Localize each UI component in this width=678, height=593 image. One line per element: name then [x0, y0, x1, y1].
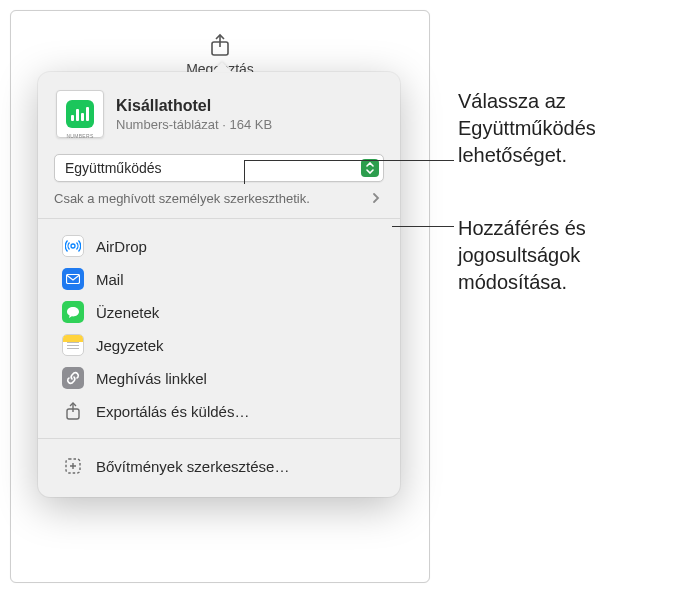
file-thumbnail: NUMBERS: [56, 90, 104, 138]
callout-line: [244, 160, 454, 161]
share-destinations: AirDrop Mail Üzenetek: [38, 225, 400, 432]
collaboration-mode-label: Együttműködés: [65, 160, 162, 176]
thumb-badge: NUMBERS: [57, 133, 103, 139]
export-send-item[interactable]: Exportálás és küldés…: [44, 395, 394, 427]
extensions-icon: [62, 455, 84, 477]
extensions-section: Bővítmények szerkesztése…: [38, 445, 400, 487]
airdrop-label: AirDrop: [96, 238, 147, 255]
annotation-collaboration: Válassza az Együttműködés lehetőséget.: [458, 88, 668, 169]
notes-label: Jegyzetek: [96, 337, 164, 354]
messages-icon: [62, 301, 84, 323]
export-icon: [62, 400, 84, 422]
notes-icon: [62, 334, 84, 356]
file-header: NUMBERS Kisállathotel Numbers-táblázat ·…: [38, 86, 400, 148]
mail-label: Mail: [96, 271, 124, 288]
mail-item[interactable]: Mail: [44, 263, 394, 295]
share-icon[interactable]: [206, 31, 234, 59]
permissions-row[interactable]: Csak a meghívott személyek szerkesztheti…: [54, 188, 384, 210]
messages-item[interactable]: Üzenetek: [44, 296, 394, 328]
edit-extensions-label: Bővítmények szerkesztése…: [96, 458, 289, 475]
notes-item[interactable]: Jegyzetek: [44, 329, 394, 361]
airdrop-icon: [62, 235, 84, 257]
airdrop-item[interactable]: AirDrop: [44, 230, 394, 262]
mail-icon: [62, 268, 84, 290]
share-popover: NUMBERS Kisállathotel Numbers-táblázat ·…: [38, 72, 400, 497]
messages-label: Üzenetek: [96, 304, 159, 321]
file-meta: Numbers-táblázat · 164 KB: [116, 117, 272, 132]
export-send-label: Exportálás és küldés…: [96, 403, 249, 420]
collaboration-mode-select[interactable]: Együttműködés: [54, 154, 384, 182]
file-title: Kisállathotel: [116, 97, 272, 115]
invite-link-item[interactable]: Meghívás linkkel: [44, 362, 394, 394]
callout-line: [244, 160, 245, 184]
svg-point-1: [71, 244, 75, 248]
permissions-text: Csak a meghívott személyek szerkesztheti…: [54, 190, 368, 208]
updown-stepper-icon: [361, 159, 379, 177]
edit-extensions-item[interactable]: Bővítmények szerkesztése…: [44, 450, 394, 482]
divider: [38, 438, 400, 439]
invite-link-label: Meghívás linkkel: [96, 370, 207, 387]
annotation-permissions: Hozzáférés és jogosultságok módosítása.: [458, 215, 668, 296]
divider: [38, 218, 400, 219]
chevron-right-icon: [368, 190, 384, 208]
link-icon: [62, 367, 84, 389]
callout-line: [392, 226, 454, 227]
